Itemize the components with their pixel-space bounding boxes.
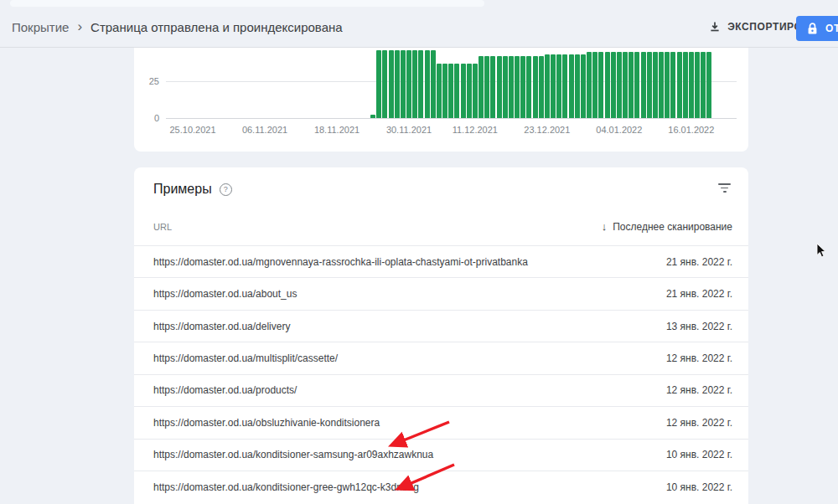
scrolled-card-edge: [10, 0, 484, 7]
download-icon: [709, 21, 721, 33]
table-row[interactable]: https://domaster.od.ua/about_us21 янв. 2…: [134, 277, 748, 309]
chart-bar: [389, 50, 394, 118]
row-last-crawl-date: 12 янв. 2022 г.: [666, 417, 732, 429]
row-last-crawl-date: 10 янв. 2022 г.: [666, 449, 732, 460]
chart-bar: [484, 56, 489, 118]
row-url: https://domaster.od.ua/obsluzhivanie-kon…: [153, 417, 380, 429]
x-axis-tick: 18.11.2021: [308, 125, 366, 135]
y-axis-tick-0: 0: [139, 113, 159, 123]
breadcrumb: Покрытие › Страница отправлена и проинде…: [0, 20, 343, 34]
chart-bar: [569, 54, 574, 118]
chart-bar: [520, 56, 525, 118]
row-url: https://domaster.od.ua/delivery: [153, 321, 290, 332]
chart-bar: [683, 52, 688, 118]
column-header-url: URL: [153, 222, 172, 232]
column-header-last-crawl-label: Последнее сканирование: [613, 221, 732, 233]
chart-bar: [376, 50, 381, 118]
chart-bar: [382, 50, 387, 118]
page-title: Страница отправлена и проиндексирована: [91, 20, 343, 34]
page-header: Покрытие › Страница отправлена и проинде…: [0, 7, 838, 48]
chart-bar: [659, 52, 664, 118]
row-last-crawl-date: 12 янв. 2022 г.: [666, 352, 732, 364]
row-url: https://domaster.od.ua/products/: [153, 384, 297, 396]
x-axis-tick: 16.01.2022: [662, 125, 721, 135]
share-button[interactable]: ОТП: [796, 16, 838, 41]
chart-bar: [706, 52, 711, 118]
x-axis-tick: 11.12.2021: [446, 125, 504, 135]
chart-bar: [598, 52, 603, 118]
chart-bar: [533, 56, 538, 118]
examples-title: Примеры: [153, 182, 212, 197]
table-row[interactable]: https://domaster.od.ua/products/12 янв. …: [134, 374, 748, 406]
breadcrumb-chevron-icon: ›: [77, 19, 82, 33]
chart-bar: [617, 52, 622, 118]
x-axis-tick: 25.10.2021: [163, 125, 222, 135]
chart-bar: [575, 54, 580, 118]
chart-bar: [395, 50, 400, 118]
y-axis-tick-25: 25: [139, 76, 159, 86]
chart-bar: [412, 50, 417, 118]
examples-table: https://domaster.od.ua/mgnovennaya-rassr…: [134, 245, 748, 503]
table-row[interactable]: https://domaster.od.ua/multisplit/casset…: [134, 342, 748, 373]
table-row[interactable]: https://domaster.od.ua/konditsioner-gree…: [134, 471, 748, 502]
row-url: https://domaster.od.ua/mgnovennaya-rassr…: [153, 256, 528, 268]
chart-bar: [634, 52, 639, 118]
breadcrumb-coverage-link[interactable]: Покрытие: [12, 20, 69, 34]
gridline-0: [166, 118, 737, 119]
chart-bar: [551, 54, 556, 118]
chart-bar: [605, 52, 610, 118]
chart-bar: [670, 52, 675, 118]
chart-bar: [431, 50, 436, 118]
chart-bar: [503, 56, 508, 118]
chart-bar: [689, 52, 694, 118]
help-icon[interactable]: ?: [220, 183, 232, 196]
chart-bar: [628, 52, 634, 118]
chart-bar: [490, 56, 495, 118]
chart-bar: [562, 54, 567, 118]
chart-bar: [701, 52, 706, 118]
table-row[interactable]: https://domaster.od.ua/konditsioner-sams…: [134, 439, 748, 471]
chart-bar: [526, 56, 531, 118]
cursor-pointer: [816, 243, 828, 260]
x-axis-tick: 30.11.2021: [380, 125, 438, 135]
chart-bar: [653, 52, 658, 118]
lock-icon: [807, 23, 818, 35]
chart-bar: [623, 52, 628, 118]
chart-bar: [545, 54, 550, 118]
chart-bar: [677, 52, 682, 118]
chart-bar: [401, 50, 406, 118]
chart-bar: [442, 64, 447, 118]
column-header-last-crawl[interactable]: ↓ Последнее сканирование: [602, 220, 732, 233]
filter-icon[interactable]: [718, 183, 731, 193]
chart-bar: [647, 52, 652, 118]
chart-bar: [497, 56, 502, 118]
share-button-label: ОТП: [825, 23, 838, 34]
chart-bar: [461, 64, 466, 118]
coverage-chart-card: 25 0 25.10.202106.11.202118.11.202130.11…: [134, 48, 748, 152]
row-url: https://domaster.od.ua/konditsioner-gree…: [153, 481, 419, 493]
chart-bar: [418, 50, 423, 118]
chart-bar: [515, 56, 520, 118]
row-last-crawl-date: 12 янв. 2022 г.: [666, 384, 732, 396]
examples-card: Примеры ? URL ↓ Последнее сканирование h…: [134, 167, 748, 504]
chart-bar: [587, 52, 592, 118]
chart-bar: [556, 54, 561, 118]
chart-bar: [611, 52, 616, 118]
row-last-crawl-date: 13 янв. 2022 г.: [666, 321, 732, 332]
chart-bar: [581, 54, 586, 118]
row-url: https://domaster.od.ua/multisplit/casset…: [153, 352, 338, 364]
x-axis-tick: 06.11.2021: [235, 125, 294, 135]
chart-bar: [473, 64, 478, 118]
table-header-row: URL ↓ Последнее сканирование: [134, 216, 748, 245]
table-row[interactable]: https://domaster.od.ua/mgnovennaya-rassr…: [134, 245, 748, 277]
row-last-crawl-date: 21 янв. 2022 г.: [666, 288, 732, 300]
chart-bar: [478, 56, 484, 118]
chart-bar: [592, 52, 597, 118]
chart-bar: [641, 52, 646, 118]
chart-bar: [539, 56, 544, 118]
x-axis-tick: 04.01.2022: [590, 125, 649, 135]
chart-bar: [454, 64, 459, 118]
table-row[interactable]: https://domaster.od.ua/obsluzhivanie-kon…: [134, 406, 748, 438]
row-url: https://domaster.od.ua/konditsioner-sams…: [153, 449, 433, 460]
table-row[interactable]: https://domaster.od.ua/delivery13 янв. 2…: [134, 310, 748, 342]
